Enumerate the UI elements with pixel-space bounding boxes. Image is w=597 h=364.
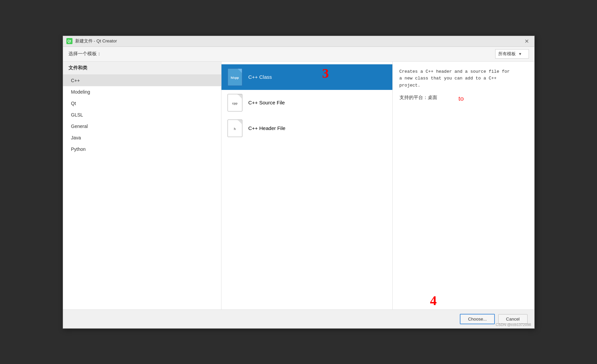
file-icon-h: h <box>228 120 242 137</box>
icon-label-cpp: cpp <box>232 102 237 105</box>
watermark: CSDN @ccb1372098 <box>496 323 531 327</box>
template-name-cpp-class: C++ Class <box>248 74 272 80</box>
header-row: 选择一个模板： 所有模板 ▼ <box>63 47 534 62</box>
template-item-cpp-class[interactable]: h/cpp C++ Class <box>221 64 392 90</box>
main-content: 文件和类 C++ Modeling Qt GLSL General Java <box>63 62 534 309</box>
template-item-cpp-header[interactable]: h C++ Header File <box>221 115 392 141</box>
icon-label-hcpp: h/cpp <box>231 76 239 79</box>
sidebar-section-header: 文件和类 <box>63 62 221 75</box>
filter-dropdown[interactable]: 所有模板 ▼ <box>495 49 529 59</box>
file-icon-blue: h/cpp <box>228 68 242 86</box>
close-button[interactable]: ✕ <box>523 37 531 45</box>
new-file-dialog: Qt 新建文件 - Qt Creator ✕ 选择一个模板： 所有模板 ▼ 文件… <box>63 36 535 329</box>
app-icon: Qt <box>66 38 72 44</box>
title-bar: Qt 新建文件 - Qt Creator ✕ <box>63 36 534 47</box>
template-icon-cpp-source: cpp <box>227 93 243 112</box>
template-item-cpp-source[interactable]: cpp C++ Source File <box>221 90 392 115</box>
choose-button[interactable]: Choose... <box>460 314 495 324</box>
template-name-cpp-header: C++ Header File <box>248 125 286 131</box>
sidebar-item-cpp[interactable]: C++ <box>63 75 221 86</box>
template-name-cpp-source: C++ Source File <box>248 100 285 105</box>
icon-label-h: h <box>234 127 236 131</box>
filter-label: 所有模板 <box>498 51 516 57</box>
sidebar-item-general[interactable]: General <box>63 121 221 132</box>
template-icon-cpp-class: h/cpp <box>227 68 243 87</box>
file-icon-cpp: cpp <box>228 94 242 111</box>
header-label: 选择一个模板： <box>68 51 101 57</box>
dropdown-arrow-icon: ▼ <box>518 52 522 56</box>
template-icon-cpp-header: h <box>227 119 243 138</box>
sidebar-item-python[interactable]: Python <box>63 143 221 155</box>
description-panel: Creates a C++ header and a source file f… <box>393 62 534 309</box>
dialog-title: 新建文件 - Qt Creator <box>75 38 523 44</box>
footer: Choose... Cancel <box>63 309 534 328</box>
template-list: h/cpp C++ Class cpp C++ Source File <box>221 62 393 309</box>
description-text: Creates a C++ header and a source file f… <box>399 68 528 89</box>
category-sidebar: 文件和类 C++ Modeling Qt GLSL General Java <box>63 62 221 309</box>
sidebar-item-modeling[interactable]: Modeling <box>63 86 221 98</box>
platform-text: 支持的平台：桌面 <box>399 95 528 101</box>
sidebar-item-glsl[interactable]: GLSL <box>63 109 221 121</box>
sidebar-item-qt[interactable]: Qt <box>63 98 221 109</box>
sidebar-item-java[interactable]: Java <box>63 132 221 143</box>
